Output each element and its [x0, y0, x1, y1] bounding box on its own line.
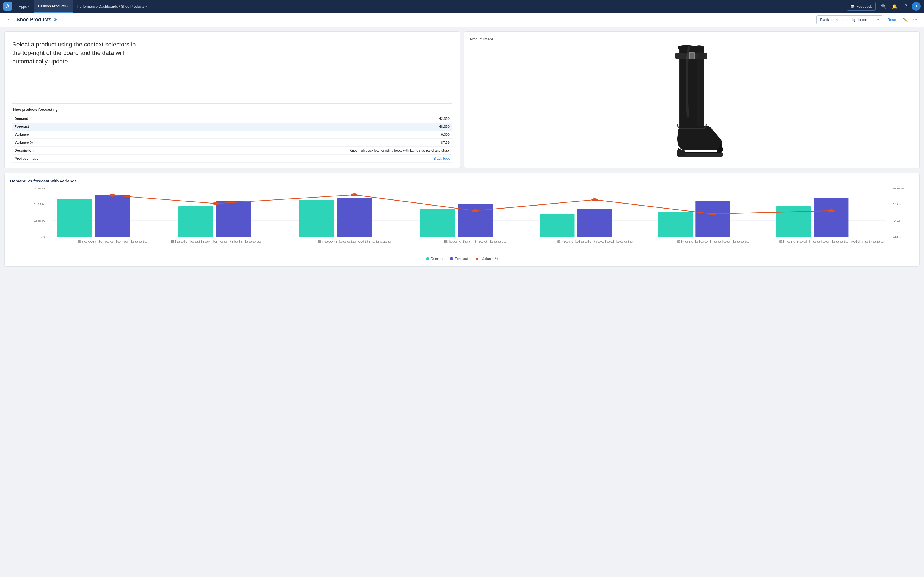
chart-area: 75k 50k 25k 0 120 96 72 48	[10, 188, 914, 254]
sync-icon: ⟳	[53, 18, 57, 22]
svg-rect-24	[540, 214, 575, 237]
svg-point-35	[709, 213, 716, 215]
search-button[interactable]: 🔍	[879, 2, 889, 11]
forecast-row-label: Description	[12, 147, 51, 155]
svg-text:Black fur-lined boots: Black fur-lined boots	[444, 240, 507, 243]
svg-rect-21	[337, 198, 372, 237]
demand-legend-label: Demand	[431, 257, 443, 261]
svg-rect-2	[690, 53, 694, 58]
main-content: Select a product using the context selec…	[0, 27, 924, 271]
svg-point-30	[109, 194, 116, 197]
variance-legend-item: Variance %	[474, 257, 498, 261]
forecast-row-value: 6,000	[51, 131, 452, 139]
forecasting-title: Shoe products forecasting	[12, 103, 452, 111]
forecast-row-value[interactable]: Black boot	[51, 155, 452, 163]
apps-chevron-icon: ▾	[28, 5, 29, 8]
nav-item-breadcrumb[interactable]: Performance Dashboards / Shoe Products ▾	[73, 0, 151, 13]
forecast-legend-label: Forecast	[455, 257, 468, 261]
demand-legend-dot	[426, 257, 429, 261]
reset-button[interactable]: Reset	[885, 16, 899, 23]
svg-rect-17	[95, 195, 129, 237]
svg-point-33	[472, 210, 478, 212]
svg-point-36	[828, 210, 835, 212]
page-title: Shoe Products ⟳	[16, 17, 57, 23]
svg-rect-20	[299, 200, 334, 237]
product-image-card: Product Image	[464, 31, 919, 168]
feedback-icon: 💬	[850, 5, 855, 8]
forecasting-section: Shoe products forecasting Demand42,350Fo…	[12, 103, 452, 163]
help-icon: ?	[905, 4, 907, 9]
variance-legend-label: Variance %	[481, 257, 498, 261]
svg-point-34	[591, 198, 598, 201]
breadcrumb-chevron-icon: ▾	[145, 5, 147, 8]
svg-text:96: 96	[893, 203, 901, 206]
chart-title: Demand vs forecast with variance	[10, 179, 914, 183]
svg-text:120: 120	[893, 188, 905, 189]
svg-text:Short blue heeled boots: Short blue heeled boots	[676, 240, 750, 243]
svg-text:75k: 75k	[34, 188, 45, 189]
instruction-text: Select a product using the context selec…	[12, 40, 144, 97]
svg-text:72: 72	[893, 219, 901, 222]
svg-text:Brown boots with straps: Brown boots with straps	[317, 240, 391, 243]
variance-legend-line	[474, 259, 480, 259]
svg-rect-16	[58, 199, 92, 237]
svg-rect-19	[216, 201, 250, 237]
svg-rect-22	[420, 208, 455, 237]
nav-item-apps[interactable]: Apps ▾	[14, 0, 34, 13]
forecast-legend-dot	[450, 257, 453, 261]
back-button[interactable]: ←	[5, 16, 13, 24]
svg-text:Black leather knee high boots: Black leather knee high boots	[170, 240, 262, 243]
edit-button[interactable]: ✏️	[902, 16, 909, 23]
search-icon: 🔍	[881, 4, 887, 9]
forecast-row-label: Variance	[12, 131, 51, 139]
forecast-table-row: Forecast48,350	[12, 123, 452, 131]
forecast-row-label: Product Image	[12, 155, 51, 163]
nav-right-section: 💬 Feedback 🔍 🔔 ? TH	[847, 2, 921, 11]
app-logo: A	[3, 2, 12, 11]
svg-rect-28	[776, 206, 811, 237]
nav-item-fashion[interactable]: Fashion Products ▾	[34, 0, 73, 13]
svg-text:50k: 50k	[34, 203, 45, 206]
svg-rect-3	[677, 150, 685, 156]
svg-text:Brown knee long boots: Brown knee long boots	[77, 240, 148, 243]
subheader-controls: Black leather knee high boots ▾ Reset ✏️…	[816, 15, 919, 24]
forecast-row-label: Forecast	[12, 123, 51, 131]
bell-icon: 🔔	[892, 4, 898, 9]
svg-point-31	[213, 202, 220, 205]
demand-legend-item: Demand	[426, 257, 443, 261]
svg-rect-27	[695, 201, 730, 237]
forecast-row-value: 42,350	[51, 115, 452, 123]
subheader: ← Shoe Products ⟳ Black leather knee hig…	[0, 13, 924, 27]
product-image-area	[470, 45, 914, 163]
user-avatar[interactable]: TH	[912, 2, 921, 11]
feedback-button[interactable]: 💬 Feedback	[847, 2, 876, 11]
product-image-title: Product Image	[470, 37, 914, 41]
boot-image	[653, 45, 730, 163]
help-button[interactable]: ?	[901, 2, 911, 11]
more-button[interactable]: •••	[912, 16, 919, 23]
forecast-legend-item: Forecast	[450, 257, 468, 261]
forecast-table-row: DescriptionKnee high black leather ridin…	[12, 147, 452, 155]
forecast-table-row: Product ImageBlack boot	[12, 155, 452, 163]
forecast-table-row: Variance6,000	[12, 131, 452, 139]
top-navigation: A Apps ▾ Fashion Products ▾ Performance …	[0, 0, 924, 13]
forecast-row-value: 48,350	[51, 123, 452, 131]
forecast-row-label: Demand	[12, 115, 51, 123]
chart-legend: Demand Forecast Variance %	[10, 257, 914, 261]
chart-card: Demand vs forecast with variance 75k 50k…	[5, 173, 919, 266]
context-chevron-icon: ▾	[877, 18, 879, 21]
context-selector[interactable]: Black leather knee high boots ▾	[816, 15, 882, 24]
notifications-button[interactable]: 🔔	[890, 2, 900, 11]
forecast-row-label: Variance %	[12, 139, 51, 147]
chart-svg: 75k 50k 25k 0 120 96 72 48	[10, 188, 914, 254]
svg-text:Short black heeled boots: Short black heeled boots	[557, 240, 633, 243]
svg-point-32	[351, 193, 358, 196]
instruction-card: Select a product using the context selec…	[5, 31, 460, 168]
forecast-table-row: Demand42,350	[12, 115, 452, 123]
svg-text:48: 48	[893, 236, 901, 239]
svg-rect-26	[658, 212, 693, 237]
fashion-chevron-icon: ▾	[67, 5, 68, 8]
forecast-table: Demand42,350Forecast48,350Variance6,000V…	[12, 115, 452, 163]
forecast-row-value: Knee high black leather riding boots wit…	[51, 147, 452, 155]
forecast-table-row: Variance %87.59	[12, 139, 452, 147]
